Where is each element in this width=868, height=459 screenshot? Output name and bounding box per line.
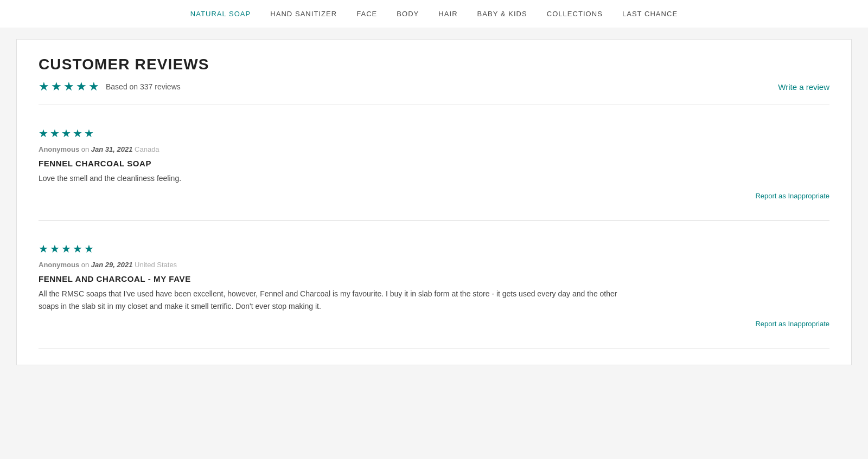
write-review-button[interactable]: Write a review	[778, 82, 829, 92]
star-4: ★	[76, 80, 87, 94]
reviews-container: CUSTOMER REVIEWS ★ ★ ★ ★ ★ Based on 337 …	[16, 39, 852, 365]
reviews-header: CUSTOMER REVIEWS ★ ★ ★ ★ ★ Based on 337 …	[39, 56, 829, 94]
overall-stars: ★ ★ ★ ★ ★	[39, 80, 99, 94]
rating-summary: ★ ★ ★ ★ ★ Based on 337 reviews Write a r…	[39, 80, 829, 94]
star-2: ★	[51, 80, 62, 94]
review-star: ★	[50, 127, 60, 140]
review-star: ★	[39, 127, 48, 140]
star-1: ★	[39, 80, 49, 94]
review-star: ★	[50, 242, 60, 255]
report-link[interactable]: Report as Inappropriate	[755, 320, 829, 328]
review-item: ★★★★★Anonymous on Jan 31, 2021 CanadaFEN…	[39, 116, 829, 209]
review-star: ★	[73, 242, 82, 255]
star-5: ★	[88, 80, 99, 94]
nav-item-natural-soap[interactable]: NATURAL SOAP	[190, 10, 251, 18]
review-product: FENNEL CHARCOAL SOAP	[39, 159, 829, 168]
review-item: ★★★★★Anonymous on Jan 29, 2021 United St…	[39, 231, 829, 337]
reviews-title: CUSTOMER REVIEWS	[39, 56, 829, 73]
nav-item-face[interactable]: FACE	[356, 10, 377, 18]
report-row: Report as Inappropriate	[39, 312, 829, 332]
review-star: ★	[84, 242, 94, 255]
review-star: ★	[73, 127, 82, 140]
nav-item-baby---kids[interactable]: BABY & KIDS	[477, 10, 527, 18]
review-meta: Anonymous on Jan 29, 2021 United States	[39, 261, 829, 269]
review-star: ★	[61, 127, 71, 140]
star-3: ★	[63, 80, 74, 94]
rating-count: Based on 337 reviews	[106, 82, 181, 91]
nav-item-hand-sanitizer[interactable]: HAND SANITIZER	[270, 10, 337, 18]
review-stars: ★★★★★	[39, 242, 829, 255]
review-divider	[39, 220, 829, 221]
nav-item-hair[interactable]: HAIR	[438, 10, 457, 18]
review-product: FENNEL AND CHARCOAL - MY FAVE	[39, 274, 829, 283]
report-link[interactable]: Report as Inappropriate	[755, 192, 829, 200]
nav-item-body[interactable]: BODY	[397, 10, 419, 18]
review-body: Love the smell and the cleanliness feeli…	[39, 172, 635, 184]
report-row: Report as Inappropriate	[39, 184, 829, 204]
review-star: ★	[61, 242, 71, 255]
review-body: All the RMSC soaps that I've used have b…	[39, 288, 635, 312]
review-star: ★	[39, 242, 48, 255]
review-stars: ★★★★★	[39, 127, 829, 140]
review-star: ★	[84, 127, 94, 140]
reviews-list: ★★★★★Anonymous on Jan 31, 2021 CanadaFEN…	[39, 116, 829, 348]
main-nav: NATURAL SOAPHAND SANITIZERFACEBODYHAIRBA…	[0, 0, 868, 28]
review-divider	[39, 348, 829, 348]
nav-item-collections[interactable]: COLLECTIONS	[547, 10, 603, 18]
rating-left: ★ ★ ★ ★ ★ Based on 337 reviews	[39, 80, 181, 94]
nav-item-last-chance[interactable]: LAST CHANCE	[622, 10, 678, 18]
review-meta: Anonymous on Jan 31, 2021 Canada	[39, 145, 829, 153]
header-divider	[39, 105, 829, 105]
